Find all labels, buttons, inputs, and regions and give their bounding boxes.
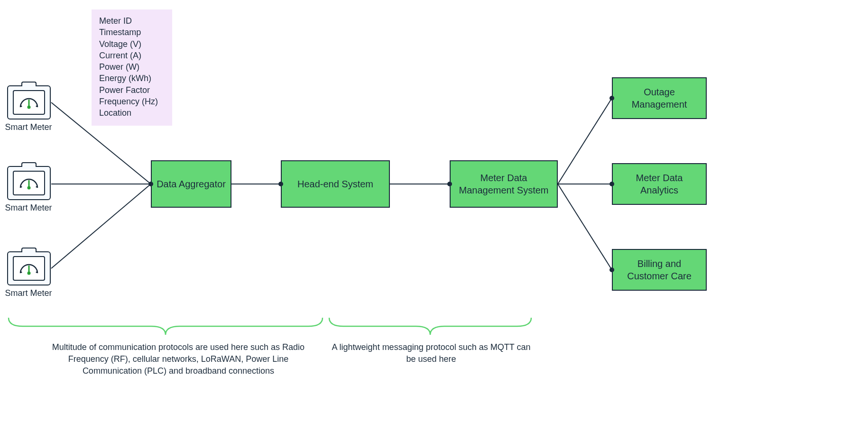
svg-line-20 [558,98,612,184]
field-item: Frequency (Hz) [99,96,164,107]
field-item: Current (A) [99,50,164,61]
svg-point-11 [36,272,37,273]
annotation-left: Multitude of communication protocols are… [41,341,316,377]
diagram-canvas: Smart Meter Smart Meter [0,0,868,423]
svg-point-1 [28,106,31,109]
smart-meter-3-label: Smart Meter [0,288,62,298]
field-item: Meter ID [99,15,164,27]
gauge-icon [13,256,45,281]
smart-meter-2 [7,166,51,200]
svg-point-5 [28,186,31,190]
node-label: Meter Data Analytics [617,172,702,196]
svg-point-6 [21,186,22,188]
smart-meter-1-label: Smart Meter [0,122,62,132]
smart-meter-1 [7,85,51,120]
field-item: Voltage (V) [99,38,164,50]
node-billing-customer-care: Billing and Customer Care [612,249,707,291]
field-item: Power (W) [99,61,164,73]
node-label: Meter Data Management System [454,172,553,196]
node-data-aggregator: Data Aggregator [151,160,231,208]
node-label: Outage Management [617,86,702,110]
svg-line-24 [558,184,612,270]
field-item: Location [99,107,164,119]
smart-meter-3 [7,251,51,285]
node-label: Billing and Customer Care [617,257,702,282]
gauge-icon [13,171,45,195]
svg-line-14 [51,184,151,268]
node-head-end-system: Head-end System [281,160,390,208]
gauge-icon [13,90,45,115]
field-item: Timestamp [99,27,164,38]
svg-point-10 [21,272,22,273]
node-label: Head-end System [297,178,373,190]
node-mdms: Meter Data Management System [450,160,558,208]
svg-point-3 [36,106,37,107]
field-item: Energy (kWh) [99,73,164,84]
svg-point-9 [28,272,31,275]
annotation-right: A lightweight messaging protocol such as… [329,341,533,365]
field-item: Power Factor [99,84,164,96]
smart-meter-2-label: Smart Meter [0,203,62,213]
node-outage-management: Outage Management [612,77,707,119]
node-label: Data Aggregator [157,178,226,190]
svg-point-2 [21,106,22,107]
meter-fields-box: Meter ID Timestamp Voltage (V) Current (… [92,9,172,126]
svg-point-7 [36,186,37,188]
node-meter-data-analytics: Meter Data Analytics [612,163,707,205]
